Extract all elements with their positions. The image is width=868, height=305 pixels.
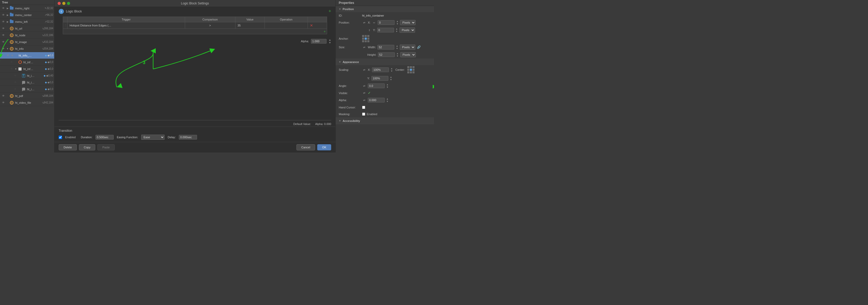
alpha-input[interactable] [311,39,327,43]
eye-icon[interactable]: 👁 [1,13,6,18]
scale-anchor-bl[interactable] [407,71,409,73]
angle-input[interactable] [368,83,385,88]
eye-icon[interactable]: 👁 [6,53,10,58]
height-unit-select[interactable]: Pixels [400,52,416,57]
expand-icon[interactable]: ▶ [6,20,9,24]
anchor-cell-tl[interactable] [362,35,364,37]
delete-button[interactable]: Delete [59,144,77,150]
x-unit-select[interactable]: Pixels [400,20,415,25]
ok-button[interactable]: OK [317,144,331,150]
eye-icon[interactable]: 👁 [13,80,18,85]
width-unit-select[interactable]: Pixels [400,45,415,50]
delete-row-button[interactable]: ✕ [310,23,313,28]
alpha-stepper[interactable]: ▲▼ [329,38,331,44]
y-input[interactable] [377,28,394,32]
value-cell[interactable]: 35 [235,22,265,29]
tree-item-ht-video-file[interactable]: 👁 ht_video_file ↘842,184 [0,99,54,106]
x-input[interactable] [378,20,395,25]
anchor-cell-ml[interactable] [362,38,364,40]
anchor-cell-tc[interactable] [365,35,367,37]
tree-item-menu-right[interactable]: 👁 ▶ menu_right ↖32,32 [0,5,54,12]
eye-icon[interactable]: 👁 [9,67,14,71]
anchor-cell-br[interactable] [367,40,369,42]
tree-item-menu-center[interactable]: 👁 ▶ menu_center ↗96,32 [0,12,54,19]
tree-item-ht-info[interactable]: 👁 ▼ ht_info ↘554,184 [0,45,54,52]
angle-stepper[interactable]: ▲▼ [386,83,389,89]
scaling-y-stepper[interactable]: ▲▼ [390,76,392,81]
anchor-cell-bl[interactable] [362,40,364,42]
anchor-cell-tr[interactable] [367,35,369,37]
duration-input[interactable] [95,135,114,139]
eye-icon[interactable]: 👁 [1,6,6,11]
eye-icon[interactable]: 👁 [1,94,6,98]
height-stepper[interactable]: ▲▼ [396,52,399,57]
width-input[interactable] [377,45,394,49]
operation-cell[interactable] [265,22,308,29]
scaling-x-stepper[interactable]: ▲▼ [391,67,393,72]
tree-item-ht-url[interactable]: 👁 ht_url ↘266,184 [0,25,54,32]
y-stepper[interactable]: ▲▼ [396,28,398,33]
tree-item-ht-node[interactable]: 👁 ht_node ↘122,186 [0,32,54,39]
enabled-checkbox[interactable] [59,136,62,139]
scale-anchor-tc[interactable] [410,66,412,68]
eye-icon[interactable]: 👁 [13,87,18,92]
scaling-center-grid[interactable] [407,66,414,73]
y-unit-select[interactable]: Pixels [400,28,415,33]
scale-anchor-mc[interactable] [410,69,412,71]
scale-anchor-tl[interactable] [407,66,409,68]
comparison-cell[interactable]: > [185,22,235,29]
cancel-button[interactable]: Cancel [297,144,315,150]
expand-icon[interactable]: ▶ [6,13,9,17]
eye-icon[interactable]: 👁 [1,100,6,105]
copy-button[interactable]: Copy [79,144,95,150]
tree-item-ht-info-custom-image[interactable]: 👁 ht_info_custom_image ◆ ◆0,0 [0,59,54,66]
tree-item-menu-left[interactable]: 👁 ▶ menu_left ↗32,32 [0,19,54,25]
scale-anchor-ml[interactable] [407,69,409,71]
eye-icon[interactable]: 👁 [1,40,6,44]
anchor-cell-mr[interactable] [367,38,369,40]
maximize-button[interactable] [67,2,70,5]
minimize-button[interactable] [62,2,65,5]
width-stepper[interactable]: ▲▼ [396,45,398,50]
hand-cursor-checkbox[interactable] [362,106,365,109]
scaling-y-input[interactable] [371,76,388,81]
appearance-section-title[interactable]: ▼ Appearance [336,59,434,65]
scale-anchor-bc[interactable] [410,71,412,73]
tree-item-ht-info-title[interactable]: 👁 T ht_info_title ◆ ◆0,40 [0,72,54,79]
scale-anchor-tr[interactable] [412,66,414,68]
tree-item-ht-info-icon[interactable]: 👁 ht_info_icon ◆ ◆0,0 [0,79,54,86]
eye-icon[interactable]: 👁 [1,33,6,38]
add-row[interactable]: + [63,29,327,34]
add-condition-button[interactable]: + [328,8,331,14]
eye-icon[interactable]: 👁 [1,26,6,31]
scale-anchor-mr[interactable] [412,69,414,71]
eye-icon[interactable]: 👁 [1,20,6,24]
tree-item-ht-image[interactable]: 👁 ht_image ↘410,184 [0,39,54,45]
info-button[interactable]: i [59,9,64,14]
scaling-x-input[interactable] [372,67,389,72]
accessibility-section-title[interactable]: ▼ Accessibility [336,118,434,124]
eye-icon[interactable]: 👁 [13,73,18,78]
expand-icon[interactable]: ▼ [14,67,18,71]
expand-icon[interactable]: ▼ [10,54,14,57]
expand-icon[interactable]: ▶ [6,6,9,10]
delay-input[interactable] [179,135,197,139]
expand-icon[interactable]: ▼ [6,47,9,50]
eye-icon[interactable]: 👁 [1,46,6,51]
tree-item-ht-info-icon-active[interactable]: 👁 ht_info_icon_active ◆ ◆0,0 [0,86,54,93]
easing-select[interactable]: Ease Linear Ease In Ease Out [141,135,164,140]
tree-item-ht-info-container[interactable]: 👁 ▼ ht_info_container ◆ ◆0,0 [0,52,54,59]
anchor-grid[interactable] [362,35,369,42]
paste-button[interactable]: Paste [97,144,115,150]
position-section-title[interactable]: ▼ Position [336,6,434,12]
close-button[interactable] [58,2,61,5]
tree-item-ht-pdf[interactable]: 👁 ht_pdf ↘698,184 [0,93,54,99]
add-row-button[interactable]: + [324,29,326,33]
tree-item-ht-info-bg[interactable]: 👁 ▼ ht_info_bg ◆ ◆0,0 [0,66,54,72]
props-alpha-stepper[interactable]: ▲▼ [386,98,389,103]
anchor-cell-bc[interactable] [365,40,367,42]
masking-checkbox[interactable] [362,112,365,116]
scale-anchor-br[interactable] [412,71,414,73]
height-input[interactable] [378,53,395,57]
delete-cell[interactable]: ✕ [308,22,327,29]
